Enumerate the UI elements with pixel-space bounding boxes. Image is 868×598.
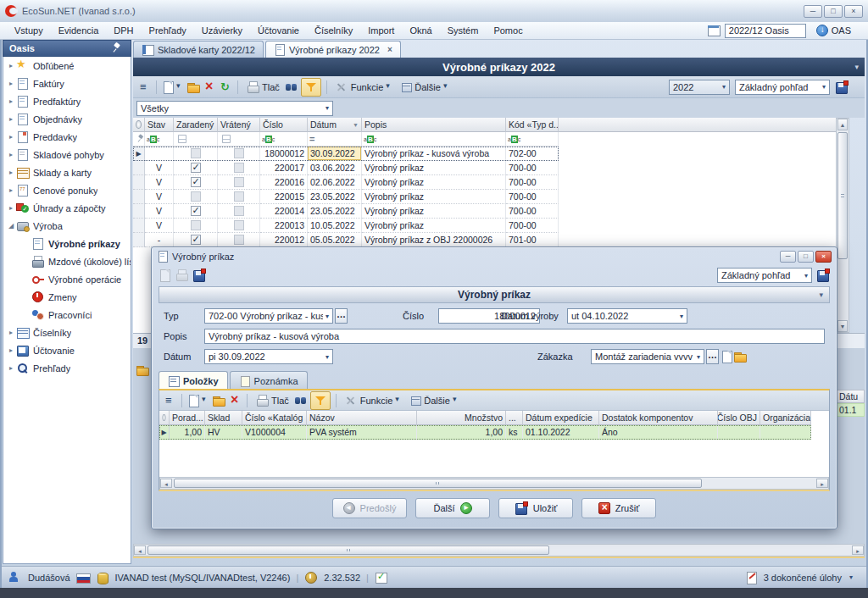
sidebar-item-prehlady[interactable]: ▸Prehľady — [3, 359, 131, 377]
collapse-caret-icon[interactable]: ▾ — [819, 291, 823, 299]
scroll-down-icon[interactable]: ▼ — [837, 320, 848, 332]
scrollbar-thumb[interactable] — [837, 132, 848, 259]
column-header-zaradeny[interactable]: Zaradený — [174, 118, 218, 132]
dialog-save-view-icon[interactable] — [816, 269, 830, 282]
sidebar-item-predfaktury[interactable]: ▸Predfaktúry — [3, 92, 131, 110]
checkbox-icon[interactable] — [191, 235, 201, 245]
scrollbar-thumb[interactable] — [174, 479, 702, 488]
dialog-close-button[interactable]: × — [815, 251, 832, 263]
menu-uctovanie[interactable]: Účtovanie — [250, 24, 307, 37]
checkbox-icon[interactable] — [191, 206, 201, 216]
typ-ellipsis-button[interactable]: … — [335, 308, 348, 324]
year-combo[interactable]: 2022▾ — [669, 80, 730, 95]
table-row[interactable]: V22001602.06.2022Výrobný príkaz700-00 — [133, 175, 559, 190]
tree-arrow-icon[interactable]: ▸ — [6, 186, 16, 194]
table-row[interactable]: ▶1800001230.09.2022Výrobný príkaz - kuso… — [133, 147, 559, 161]
dalsi-button[interactable]: Ďalší — [415, 498, 490, 518]
new-icon[interactable] — [162, 80, 174, 94]
table-row[interactable]: V22001423.05.2022Výrobný príkaz700-00 — [133, 204, 559, 219]
sidebar-item-ciselniky[interactable]: ▸Číselníky — [3, 324, 131, 341]
tree-arrow-icon[interactable]: ▸ — [6, 169, 16, 176]
checkbox-icon[interactable] — [234, 148, 244, 158]
cell-zaradeny[interactable] — [174, 219, 218, 233]
find-icon[interactable] — [294, 394, 308, 407]
checkbox-icon[interactable] — [234, 235, 244, 245]
filter-cell[interactable] — [218, 132, 260, 147]
save-view-icon[interactable] — [835, 80, 849, 94]
new-icon[interactable] — [187, 394, 199, 407]
menu-import[interactable]: Import — [360, 24, 402, 37]
tab-vyrobne-prikazy-2022[interactable]: Výrobné príkazy 2022× — [265, 41, 401, 58]
slovak-flag-icon[interactable] — [76, 571, 90, 584]
tree-arrow-icon[interactable]: ▸ — [6, 204, 16, 212]
table-row[interactable]: -22001205.05.2022Výrobný príkaz z OBJ 22… — [133, 233, 559, 247]
zakazka-combo[interactable]: Montáž zariadenia vvvv▾ — [591, 349, 704, 364]
print-icon[interactable] — [175, 269, 188, 282]
filter-cell[interactable] — [174, 132, 218, 147]
tree-arrow-icon[interactable]: ▸ — [6, 80, 16, 87]
calendar-check-icon[interactable] — [375, 571, 388, 584]
column-header-cislo[interactable]: Číslo — [260, 118, 308, 132]
tree-arrow-icon[interactable]: ▸ — [6, 329, 16, 336]
cell-vrateny[interactable] — [218, 161, 260, 175]
sidebar-item-pracovnici[interactable]: Pracovníci — [3, 306, 131, 324]
main-more-button[interactable]: Ďalšie — [398, 79, 453, 96]
table-row[interactable]: V22001310.05.2022Výrobný príkaz700-00 — [133, 219, 559, 233]
sidebar-item-uhrady-a-zapocty[interactable]: ▸Úhrady a zápočty — [3, 199, 131, 217]
oas-button[interactable]: OAS — [811, 24, 856, 37]
filter-cell[interactable]: aBc — [145, 132, 174, 147]
column-header-vrateny[interactable]: Vrátený — [218, 118, 260, 132]
detail-tab-icon[interactable] — [136, 363, 149, 377]
refresh-icon[interactable] — [219, 80, 232, 94]
menu-vstupy[interactable]: Vstupy — [7, 24, 51, 37]
column-header-[interactable]: ... — [506, 411, 523, 425]
zrusit-button[interactable]: Zrušiť — [581, 498, 656, 518]
sidebar-item-cenove-ponuky[interactable]: ▸Cenové ponuky — [3, 181, 131, 199]
new-icon[interactable] — [159, 269, 170, 282]
close-tab-icon[interactable]: × — [387, 45, 392, 54]
column-header-cislo-katalog[interactable]: Číslo «Katalóg — [242, 411, 307, 425]
datum-vyroby-combo[interactable]: ut 04.10.2022▾ — [567, 308, 687, 324]
main-print-button[interactable]: Tlač — [243, 79, 282, 96]
cell-vrateny[interactable] — [218, 233, 260, 247]
find-icon[interactable] — [285, 80, 298, 94]
table-row[interactable]: V22001523.05.2022Výrobný príkaz700-00 — [133, 190, 559, 204]
maximize-button[interactable]: □ — [824, 5, 843, 18]
cell-zaradeny[interactable] — [174, 161, 218, 175]
column-header-dostatok-komponentov[interactable]: Dostatok komponentov — [599, 411, 718, 425]
minimize-button[interactable]: ─ — [804, 5, 822, 18]
scroll-left-icon[interactable]: ◂ — [134, 545, 146, 555]
items-horizontal-scrollbar[interactable]: ◂ ▸ — [159, 477, 829, 490]
menu-icon[interactable] — [163, 394, 176, 407]
filter-cell[interactable]: aBc — [260, 132, 308, 147]
horizontal-scrollbar[interactable]: ◂ ▸ — [133, 544, 865, 556]
sidebar-item-sklady-a-karty[interactable]: ▸Sklady a karty — [3, 163, 131, 181]
column-header-nazov[interactable]: Názov — [307, 411, 417, 425]
dialog-maximize-button[interactable]: □ — [798, 251, 814, 263]
vertical-scrollbar[interactable]: ▲ ▼ — [836, 118, 849, 333]
checkbox-icon[interactable] — [191, 177, 201, 187]
column-header-organizacia[interactable]: Organizácia — [760, 411, 811, 425]
column-header-datum[interactable]: Dátum▼ — [308, 118, 362, 132]
scroll-up-icon[interactable]: ▲ — [837, 119, 848, 130]
column-header-mnozstvo[interactable]: Množstvo — [417, 411, 506, 425]
sidebar-item-mzdove-ukolove-listky[interactable]: Mzdové (úkolové) lístky — [3, 252, 131, 270]
checkbox-icon[interactable] — [234, 163, 244, 173]
tree-arrow-icon[interactable]: ▸ — [6, 364, 16, 372]
checkbox-icon[interactable] — [234, 206, 244, 216]
period-selector[interactable]: 2022/12 Oasis — [725, 24, 806, 38]
caret-icon[interactable] — [176, 80, 184, 94]
sidebar-item-zmeny[interactable]: Zmeny — [3, 288, 131, 306]
menu-pomoc[interactable]: Pomoc — [486, 24, 530, 37]
tree-arrow-icon[interactable]: ▸ — [6, 97, 16, 105]
tree-arrow-icon[interactable]: ▸ — [6, 62, 16, 69]
save-icon[interactable] — [192, 269, 206, 282]
folder-icon[interactable] — [212, 394, 225, 407]
sidebar-item-vyroba[interactable]: ◢Výroba — [3, 217, 131, 235]
sidebar-item-objednavky[interactable]: ▸Objednávky — [3, 110, 131, 128]
menu-evidencia[interactable]: Evidencia — [51, 24, 107, 37]
items-grid[interactable]: Porad...SkladČíslo «KatalógNázovMnožstvo… — [159, 411, 829, 477]
column-header-popis[interactable]: Popis — [362, 118, 506, 132]
column-header-kod-typ-d[interactable]: Kód «Typ d... — [506, 118, 559, 132]
popis-input[interactable]: Výrobný príkaz - kusová výroba — [204, 329, 825, 344]
